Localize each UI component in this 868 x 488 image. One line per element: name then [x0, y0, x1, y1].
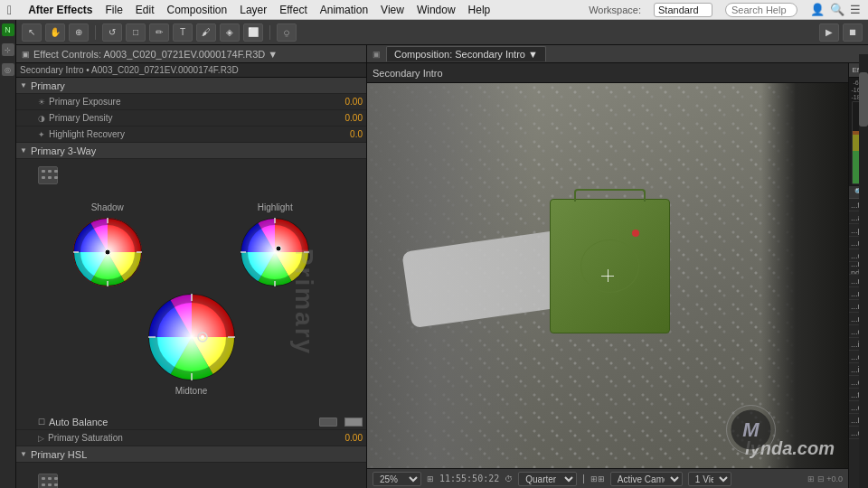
app-name[interactable]: After Effects	[28, 4, 92, 16]
midtone-color-wheel[interactable]	[146, 292, 237, 382]
sidebar-icon-tools[interactable]: N	[2, 23, 14, 36]
green-bag	[550, 199, 670, 333]
stop-button[interactable]: ⏹	[843, 23, 863, 42]
play-button[interactable]: ▶	[819, 23, 839, 42]
midtone-row: Midtone	[24, 292, 359, 396]
exposure-row: ☀ Primary Exposure 0.00	[16, 94, 366, 110]
hsl-calculator-icon[interactable]	[38, 474, 58, 488]
sidebar-icon-select[interactable]: ⊹	[2, 43, 14, 56]
saturation-row: ▷ Primary Saturation 0.00	[16, 430, 366, 446]
auto-balance-swatch2	[344, 418, 363, 427]
tool-eraser[interactable]: ⬜	[243, 23, 263, 42]
bag-handle	[574, 189, 646, 202]
auto-balance-checkbox[interactable]: ☐	[38, 418, 45, 427]
tool-zoom[interactable]: ⊕	[69, 23, 89, 42]
menu-file[interactable]: File	[105, 4, 122, 16]
workspace-select[interactable]: Standard	[654, 3, 712, 17]
comp-view[interactable]: lynda.com M	[367, 83, 848, 468]
composition-area: ▣ Composition: Secondary Intro ▼ Seconda…	[367, 45, 868, 488]
playback-controls: ▶ ⏹	[819, 23, 863, 42]
menu-edit[interactable]: Edit	[136, 4, 155, 16]
three-way-collapse-icon: ▼	[20, 146, 27, 155]
workspace-label: Workspace:	[589, 5, 641, 15]
hsl-section-header[interactable]: ▼ Primary HSL	[16, 446, 366, 463]
primary-section-header[interactable]: ▼ Primary	[16, 78, 366, 94]
tool-puppet[interactable]: ⍜	[277, 23, 297, 42]
search-help-input[interactable]	[725, 3, 797, 17]
red-accent	[632, 230, 639, 237]
svg-point-15	[276, 246, 281, 251]
primary-section-label: Primary	[31, 80, 65, 91]
menu-view[interactable]: View	[381, 4, 404, 16]
highlight-wheel-container: Highlight	[239, 202, 311, 288]
tool-rotate[interactable]: ↺	[102, 23, 122, 42]
scene-bg	[367, 83, 848, 468]
highlight-label: Highlight Recovery	[49, 129, 346, 139]
menu-icons: 👤 🔍 ☰	[810, 3, 861, 16]
tool-divider-1	[95, 25, 96, 40]
hsl-collapse-icon: ▼	[20, 450, 27, 458]
auto-balance-label: Auto Balance	[49, 417, 108, 427]
exposure-value[interactable]: 0.00	[345, 97, 363, 107]
view-select[interactable]: 1 View	[688, 472, 731, 486]
exposure-label: Primary Exposure	[49, 97, 342, 107]
quality-select[interactable]: Quarter Half Full	[518, 472, 577, 486]
tool-shape[interactable]: □	[126, 23, 146, 42]
tool-pen[interactable]: ✏	[149, 23, 169, 42]
highlight-value[interactable]: 0.0	[350, 129, 363, 139]
timecode-icon: ⏱	[505, 474, 513, 483]
main-layout: N ⊹ ◎ ↖ ✋ ⊕ ↺ □ ✏ T 🖌 ◈ ⬜ ⍜ ▶ ⏹	[0, 20, 868, 488]
top-content: ▣ Effect Controls: A003_C020_0721EV.0000…	[16, 45, 868, 488]
effect-scroll[interactable]: ▼ Primary ☀ Primary Exposure 0.00 ◑ Prim…	[16, 78, 366, 488]
highlight-color-wheel[interactable]	[239, 216, 311, 288]
tool-brush[interactable]: 🖌	[196, 23, 216, 42]
exposure-icon: ☀	[38, 98, 45, 107]
bottom-icons: ⊞ ⊟ +0.0	[807, 474, 843, 483]
highlight-row: ✦ Highlight Recovery 0.0	[16, 127, 366, 143]
tool-hand[interactable]: ✋	[45, 23, 65, 42]
density-value[interactable]: 0.00	[345, 113, 363, 123]
shadow-wheel-container: Shadow	[71, 202, 144, 288]
sidebar-icon-cam[interactable]: ◎	[2, 63, 14, 76]
menu-animation[interactable]: Animation	[320, 4, 368, 16]
lynda-logo: M	[726, 405, 776, 455]
tool-text[interactable]: T	[173, 23, 193, 42]
zoom-select[interactable]: 25% 50% 100%	[373, 472, 421, 486]
saturation-icon: ▷	[38, 434, 44, 443]
menu-composition[interactable]: Composition	[167, 4, 228, 16]
bag-detail	[580, 239, 640, 293]
midtone-wheel-container: Midtone	[146, 292, 237, 396]
center-panel: ↖ ✋ ⊕ ↺ □ ✏ T 🖌 ◈ ⬜ ⍜ ▶ ⏹ ▣ Effect	[16, 20, 868, 488]
zoom-icon: ⊞	[427, 474, 434, 483]
tool-stamp[interactable]: ◈	[220, 23, 240, 42]
panel-icon: ▣	[22, 50, 30, 59]
tool-select[interactable]: ↖	[22, 23, 42, 42]
comp-bottom-bar: 25% 50% 100% ⊞ 11:55:50:22 ⏱ Quarter Hal…	[367, 468, 848, 488]
comp-panel-header: ▣ Composition: Secondary Intro ▼	[367, 45, 868, 63]
menu-effect[interactable]: Effect	[279, 4, 307, 16]
saturation-label: Primary Saturation	[48, 433, 342, 443]
quality-divider: |	[582, 474, 585, 483]
menu-window[interactable]: Window	[417, 4, 456, 16]
three-way-section-header[interactable]: ▼ Primary 3-Way	[16, 143, 366, 159]
user-icon: 👤	[810, 3, 825, 16]
camera-select[interactable]: Active Camera	[610, 472, 683, 486]
menu-layer[interactable]: Layer	[240, 4, 267, 16]
apple-logo-icon: 	[7, 3, 12, 17]
comp-title: Secondary Intro	[373, 68, 443, 79]
hsl-calculator-area	[16, 466, 366, 488]
svg-point-25	[201, 335, 204, 339]
shadow-highlight-row: Shadow	[24, 202, 359, 288]
comp-tab[interactable]: Composition: Secondary Intro ▼	[386, 46, 546, 61]
density-row: ◑ Primary Density 0.00	[16, 110, 366, 127]
highlight-icon: ✦	[38, 130, 45, 139]
shadow-label: Shadow	[91, 202, 124, 212]
composition-panel: Secondary Intro	[367, 63, 848, 488]
saturation-value[interactable]: 0.00	[345, 433, 363, 443]
shadow-color-wheel[interactable]	[71, 216, 144, 288]
density-label: Primary Density	[49, 113, 342, 123]
calculator-icon[interactable]	[38, 166, 58, 184]
timecode-display: 11:55:50:22	[439, 474, 499, 483]
calculator-area	[16, 159, 366, 195]
menu-help[interactable]: Help	[468, 4, 491, 16]
